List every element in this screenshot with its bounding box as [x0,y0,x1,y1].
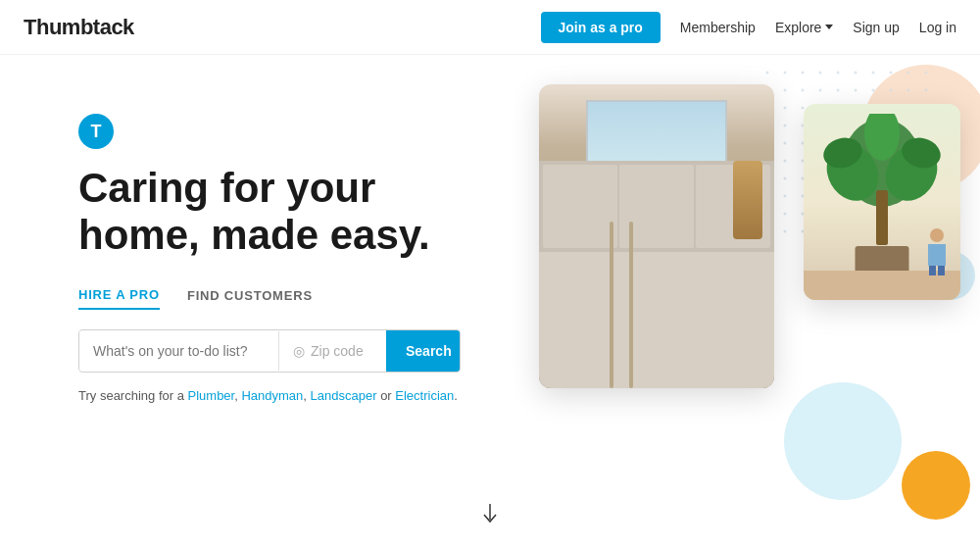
join-as-pro-button[interactable]: Join as a pro [541,12,661,43]
decorative-circle-yellow [902,451,970,520]
body [928,244,946,266]
thumbtack-logo-icon: T [78,114,114,149]
leg-right [938,266,945,275]
ladder-right [629,222,633,389]
navbar: Thumbtack Join as a pro Membership Explo… [0,0,980,55]
hero-headline: Caring for your home, made easy. [78,165,510,260]
headline-line1: Caring for your [78,165,375,211]
zip-section: ◎ Zip code [278,331,386,371]
head [930,228,944,242]
scroll-arrow[interactable] [480,502,500,529]
tab-find-customers[interactable]: FIND CUSTOMERS [187,287,313,310]
ladder [610,222,613,389]
logo: Thumbtack [24,15,134,40]
hero-right-visuals [510,55,980,549]
headline-line2: home, made easy. [78,212,430,258]
suffix: . [454,388,458,403]
plant-image [804,104,960,300]
nav-right: Join as a pro Membership Explore Sign up… [541,12,957,43]
zip-placeholder-text: Zip code [311,343,364,359]
hero-tabs: HIRE A PRO FIND CUSTOMERS [78,287,510,310]
search-input[interactable] [79,331,278,371]
login-link[interactable]: Log in [919,20,956,35]
suggestion-prefix: Try searching for a [78,388,188,403]
kitchen-image [539,84,774,388]
explore-dropdown[interactable]: Explore [775,20,833,35]
plant-trunk [876,190,888,245]
membership-link[interactable]: Membership [680,20,756,35]
kitchen-photo-card [539,84,774,388]
main-content: T Caring for your home, made easy. HIRE … [0,55,980,549]
plant-photo-card [804,104,960,300]
signup-link[interactable]: Sign up [853,20,899,35]
electrician-link[interactable]: Electrician [395,388,454,403]
decorative-object [733,161,762,239]
hero-left: T Caring for your home, made easy. HIRE … [0,55,510,549]
cabinet-door-1 [543,165,617,248]
down-arrow-icon [480,502,500,525]
legs [926,266,948,275]
tab-hire-pro[interactable]: HIRE A PRO [78,287,160,310]
search-button[interactable]: Search [386,330,461,372]
counter [539,252,774,389]
decorative-circle-blue [784,382,902,500]
leg-left [929,266,936,275]
landscaper-link[interactable]: Landscaper [311,388,377,403]
search-bar: ◎ Zip code Search [78,329,461,373]
handyman-link[interactable]: Handyman [241,388,303,403]
thumbtack-letter: T [91,122,102,142]
sep2: , [303,388,310,403]
suggestion-text: Try searching for a Plumber, Handyman, L… [78,388,510,403]
chevron-down-icon [825,25,833,29]
person-silhouette [926,228,948,273]
explore-label: Explore [775,20,821,35]
plumber-link[interactable]: Plumber [188,388,235,403]
location-pin-icon: ◎ [293,343,305,359]
mid: or [377,388,396,403]
